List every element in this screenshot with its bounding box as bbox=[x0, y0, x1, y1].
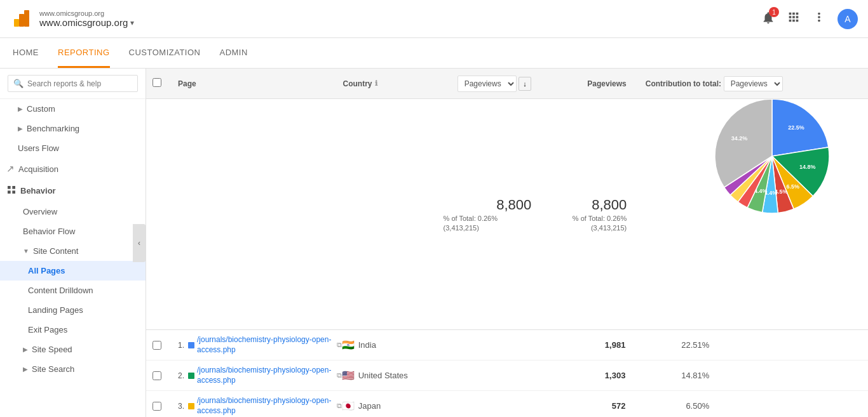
table-header: Page Country ℹ Pageviews ↓ Pageviews Con… bbox=[146, 69, 868, 99]
summary-pageviews2: 8,800 bbox=[550, 197, 627, 213]
sidebar-item-acquisition[interactable]: ↗ Acquisition bbox=[0, 158, 146, 180]
sidebar-item-landing-pages[interactable]: Landing Pages bbox=[0, 300, 146, 320]
metric-select-dropdown[interactable]: Pageviews bbox=[458, 76, 517, 92]
row-number: 1. bbox=[172, 341, 184, 350]
sidebar-item-label: All Pages bbox=[28, 266, 65, 275]
sidebar-item-label: Behavior Flow bbox=[23, 227, 75, 236]
top-bar-right: 1 A bbox=[761, 9, 858, 29]
svg-text:22.5%: 22.5% bbox=[788, 124, 804, 131]
svg-text:14.8%: 14.8% bbox=[799, 164, 816, 170]
table-row: 3. /journals/biochemistry-physiology-ope… bbox=[146, 391, 868, 417]
sidebar-item-label: Acquisition bbox=[18, 164, 58, 174]
sidebar-item-site-search[interactable]: ▶ Site Search bbox=[0, 359, 146, 379]
sidebar-item-site-content[interactable]: ▼ Site Content bbox=[0, 241, 146, 261]
row-contribution-pct: 14.81% bbox=[625, 371, 722, 380]
country-flag: 🇯🇵 bbox=[342, 400, 355, 412]
sidebar-item-exit-pages[interactable]: Exit Pages bbox=[0, 320, 146, 340]
more-options-button[interactable] bbox=[812, 10, 826, 27]
top-bar: www.omicsgroup.org www.omicsgroup.org ▾ … bbox=[0, 0, 868, 38]
search-input[interactable] bbox=[27, 79, 132, 88]
sidebar-item-label: Benchmarking bbox=[27, 124, 79, 133]
svg-rect-5 bbox=[12, 186, 15, 189]
data-rows-container: 1. /journals/biochemistry-physiology-ope… bbox=[146, 330, 868, 417]
expand-icon: ▶ bbox=[23, 346, 28, 353]
country-name: United States bbox=[358, 371, 408, 380]
summary-pv-col: 8,800 % of Total: 0.26% (3,413,215) bbox=[550, 197, 627, 232]
external-link-icon[interactable]: ⧉ bbox=[337, 402, 342, 410]
contribution-label: Contribution to total: bbox=[646, 79, 721, 88]
sidebar-item-benchmarking[interactable]: ▶ Benchmarking bbox=[0, 119, 146, 138]
tab-customization[interactable]: CUSTOMIZATION bbox=[129, 39, 201, 68]
summary-pv2-sub: % of Total: 0.26% bbox=[573, 215, 627, 222]
sidebar-item-overview[interactable]: Overview bbox=[0, 202, 146, 222]
sidebar-item-label: Site Speed bbox=[32, 345, 72, 354]
sidebar-item-users-flow[interactable]: Users Flow bbox=[0, 138, 146, 158]
search-icon: 🔍 bbox=[13, 79, 24, 88]
row-checkbox-input[interactable] bbox=[153, 341, 161, 350]
country-name: India bbox=[358, 340, 376, 350]
ga-logo bbox=[10, 8, 33, 30]
contribution-metric-select[interactable]: Pageviews bbox=[724, 76, 783, 91]
tab-home[interactable]: HOME bbox=[13, 39, 39, 68]
user-avatar[interactable]: A bbox=[837, 9, 858, 29]
sidebar-item-behavior[interactable]: Behavior bbox=[0, 180, 146, 202]
page-link[interactable]: /journals/biochemistry-physiology-open-a… bbox=[197, 335, 334, 355]
notifications-button[interactable]: 1 bbox=[761, 11, 775, 27]
nav-tabs: HOME REPORTING CUSTOMIZATION ADMIN bbox=[0, 38, 868, 69]
tab-reporting[interactable]: REPORTING bbox=[58, 39, 110, 68]
expand-icon: ▶ bbox=[18, 105, 23, 112]
svg-rect-6 bbox=[8, 190, 11, 194]
tab-admin[interactable]: ADMIN bbox=[219, 39, 247, 68]
row-contribution-pct: 22.51% bbox=[625, 340, 722, 350]
country-flag: 🇮🇳 bbox=[342, 339, 355, 351]
row-page: /journals/biochemistry-physiology-open-a… bbox=[188, 335, 342, 355]
svg-rect-7 bbox=[12, 190, 15, 194]
page-link[interactable]: /journals/biochemistry-physiology-open-a… bbox=[197, 396, 334, 416]
external-link-icon[interactable]: ⧉ bbox=[337, 371, 342, 380]
row-country: 🇯🇵 Japan bbox=[342, 400, 447, 412]
sidebar: ‹ 🔍 ▶ Custom ▶ Benchmarking Users Flow ↗… bbox=[0, 69, 146, 417]
sidebar-item-label: Site Content bbox=[33, 246, 79, 256]
sort-button[interactable]: ↓ bbox=[519, 77, 531, 91]
summary-metric-col: 8,800 % of Total: 0.26% (3,413,215) bbox=[444, 197, 532, 232]
site-dropdown-arrow[interactable]: ▾ bbox=[130, 18, 134, 27]
row-number: 2. bbox=[172, 371, 184, 380]
svg-text:6.5%: 6.5% bbox=[786, 183, 799, 190]
expand-icon: ▶ bbox=[18, 125, 23, 132]
sidebar-item-content-drilldown[interactable]: Content Drilldown bbox=[0, 281, 146, 300]
svg-rect-1 bbox=[14, 19, 19, 27]
sidebar-item-behavior-flow[interactable]: Behavior Flow bbox=[0, 222, 146, 241]
external-link-icon[interactable]: ⧉ bbox=[337, 341, 342, 349]
site-url-main: www.omicsgroup.org ▾ bbox=[39, 17, 134, 28]
sidebar-item-custom[interactable]: ▶ Custom bbox=[0, 99, 146, 119]
row-checkbox bbox=[153, 341, 172, 350]
sidebar-item-all-pages[interactable]: All Pages bbox=[0, 261, 146, 281]
row-pageviews: 1,303 bbox=[549, 371, 625, 380]
country-info-icon[interactable]: ℹ bbox=[375, 79, 377, 88]
summary-pageviews1: 8,800 bbox=[444, 197, 532, 213]
sidebar-item-label: Site Search bbox=[32, 364, 74, 374]
row-number: 3. bbox=[172, 402, 184, 411]
summary-pv1-sub: % of Total: 0.26% bbox=[444, 215, 498, 222]
svg-rect-3 bbox=[24, 10, 29, 27]
row-checkbox-input[interactable] bbox=[153, 371, 161, 380]
summary-row: 8,800 % of Total: 0.26% (3,413,215) 8,80… bbox=[146, 99, 868, 330]
behavior-icon bbox=[6, 185, 17, 197]
row-pageviews: 1,981 bbox=[549, 340, 625, 350]
sidebar-item-site-speed[interactable]: ▶ Site Speed bbox=[0, 340, 146, 359]
svg-rect-2 bbox=[19, 14, 24, 27]
row-checkbox-input[interactable] bbox=[153, 402, 161, 411]
row-country: 🇺🇸 United States bbox=[342, 369, 447, 381]
search-box: 🔍 bbox=[8, 75, 138, 92]
sidebar-item-label: Users Flow bbox=[18, 143, 59, 153]
apps-grid-button[interactable] bbox=[787, 10, 801, 27]
acquisition-icon: ↗ bbox=[6, 163, 15, 175]
header-checkbox-col bbox=[153, 78, 172, 89]
col-page-header: Page bbox=[178, 79, 337, 88]
sidebar-collapse-button[interactable]: ‹ bbox=[133, 224, 146, 262]
page-link[interactable]: /journals/biochemistry-physiology-open-a… bbox=[197, 366, 334, 385]
metric-selector-col: Pageviews ↓ bbox=[458, 76, 544, 92]
select-all-checkbox[interactable] bbox=[153, 78, 161, 87]
top-bar-left: www.omicsgroup.org www.omicsgroup.org ▾ bbox=[10, 8, 134, 30]
col-pageviews-header: Pageviews bbox=[550, 79, 627, 88]
